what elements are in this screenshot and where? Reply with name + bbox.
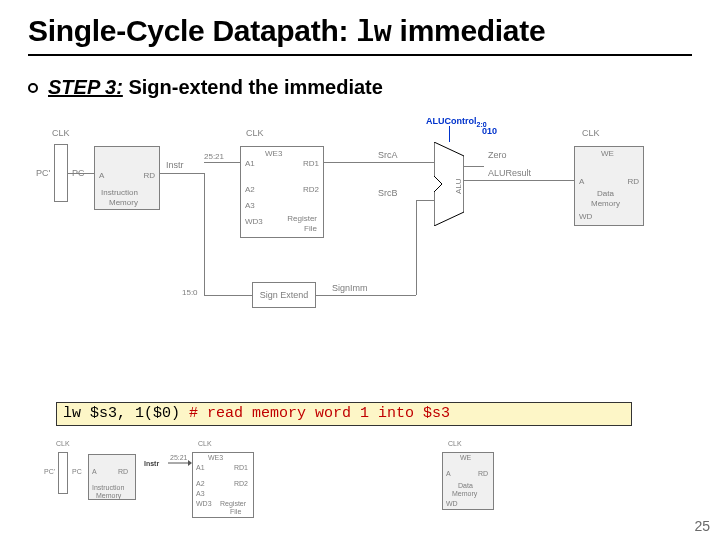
wire — [204, 295, 252, 296]
title-mono: lw — [356, 16, 391, 50]
lower-diagram: CLK PC' PC A RD Instruction Memory Instr… — [56, 438, 632, 524]
sign-extend-block: Sign Extend — [252, 282, 316, 308]
wire — [464, 180, 574, 181]
rf-a3-port: A3 — [245, 201, 255, 210]
wire — [68, 173, 94, 174]
step-text: Sign-extend the immediate — [123, 76, 383, 98]
alu-label: ALU — [454, 178, 463, 194]
data-memory: A RD WE WD Data Memory — [574, 146, 644, 226]
code-comment: # read memory word 1 into $s3 — [189, 405, 450, 422]
ld-imem-a: A — [92, 468, 97, 475]
instruction-memory: A RD Instruction Memory — [94, 146, 160, 210]
rf-name1: Register — [287, 214, 317, 223]
ld-dmem-rd: RD — [478, 470, 488, 477]
rf-we3-port: WE3 — [265, 149, 282, 158]
rf-rd2-port: RD2 — [303, 185, 319, 194]
wire — [416, 200, 417, 295]
title-rule — [28, 54, 692, 56]
wire — [416, 200, 434, 201]
signimm-label: SignImm — [332, 283, 368, 293]
step-label: STEP 3: — [48, 76, 123, 98]
ld-dmem-wd: WD — [446, 500, 458, 507]
datapath-diagram: CLK PC' PC A RD Instruction Memory Instr… — [48, 120, 676, 346]
ld-rf-n1: Register — [220, 500, 246, 507]
ld-wd3: WD3 — [196, 500, 212, 507]
ld-dmem2: Memory — [452, 490, 477, 497]
step-bullet: STEP 3: Sign-extend the immediate — [28, 76, 383, 99]
wire — [160, 173, 204, 174]
ld-imem-n1: Instruction — [92, 484, 124, 491]
rf-a1-port: A1 — [245, 159, 255, 168]
title-suffix: immediate — [392, 14, 546, 47]
dmem-a-port: A — [579, 177, 584, 186]
ld-a2: A2 — [196, 480, 205, 487]
dmem-name2: Memory — [591, 199, 620, 208]
wire — [204, 173, 205, 295]
ld-rf-n2: File — [230, 508, 241, 515]
ld-clk-pc: CLK — [56, 440, 70, 447]
ld-clk-rf: CLK — [198, 440, 212, 447]
dmem-we-port: WE — [601, 149, 614, 158]
zero-label: Zero — [488, 150, 507, 160]
aluctrl-val: 010 — [482, 126, 497, 136]
ld-pcout: PC — [72, 468, 82, 475]
ld-dmem-we: WE — [460, 454, 471, 461]
slide-title: Single-Cycle Datapath: lw immediate — [28, 14, 545, 50]
ld-rd2: RD2 — [234, 480, 248, 487]
code-example: lw $s3, 1($0) # read memory word 1 into … — [56, 402, 632, 426]
dmem-wd-port: WD — [579, 212, 592, 221]
bullet-icon — [28, 83, 38, 93]
wire — [449, 126, 450, 142]
ld-wire-arrow — [168, 460, 192, 466]
ld-dmem-a: A — [446, 470, 451, 477]
instr-label: Instr — [166, 160, 184, 170]
aluctrl-label: ALUControl2:0 — [426, 116, 487, 128]
imem-name1: Instruction — [101, 188, 138, 197]
ld-a1: A1 — [196, 464, 205, 471]
pc-prime-label: PC' — [36, 168, 50, 178]
bits-imm-label: 15:0 — [182, 288, 198, 297]
imem-rd-port: RD — [143, 171, 155, 180]
ld-clk-dmem: CLK — [448, 440, 462, 447]
imem-name2: Memory — [109, 198, 138, 207]
wire — [464, 166, 484, 167]
bits-rs-label: 25:21 — [204, 152, 224, 161]
clk-label-dmem: CLK — [582, 128, 600, 138]
ld-imem-rd: RD — [118, 468, 128, 475]
imem-a-port: A — [99, 171, 104, 180]
alures-label: ALUResult — [488, 168, 531, 178]
rf-wd3-port: WD3 — [245, 217, 263, 226]
dmem-rd-port: RD — [627, 177, 639, 186]
title-prefix: Single-Cycle Datapath: — [28, 14, 356, 47]
wire — [316, 295, 416, 296]
ld-instr: Instr — [144, 460, 159, 467]
register-file: A1 A2 A3 WD3 WE3 RD1 RD2 Register File — [240, 146, 324, 238]
srcb-label: SrcB — [378, 188, 398, 198]
ld-a3: A3 — [196, 490, 205, 497]
ld-rd1: RD1 — [234, 464, 248, 471]
ld-pcin: PC' — [44, 468, 55, 475]
dmem-name1: Data — [597, 189, 614, 198]
clk-label-pc: CLK — [52, 128, 70, 138]
code-instr: lw $s3, 1($0) — [63, 405, 189, 422]
rf-name2: File — [304, 224, 317, 233]
clk-label-rf: CLK — [246, 128, 264, 138]
ld-dmem1: Data — [458, 482, 473, 489]
page-number: 25 — [694, 518, 710, 534]
ld-imem-n2: Memory — [96, 492, 121, 499]
sign-extend-label: Sign Extend — [260, 290, 309, 300]
ld-we3: WE3 — [208, 454, 223, 461]
ld-pc — [58, 452, 68, 494]
pc-register — [54, 144, 68, 202]
rf-rd1-port: RD1 — [303, 159, 319, 168]
wire — [204, 162, 240, 163]
rf-a2-port: A2 — [245, 185, 255, 194]
wire — [324, 162, 434, 163]
srca-label: SrcA — [378, 150, 398, 160]
